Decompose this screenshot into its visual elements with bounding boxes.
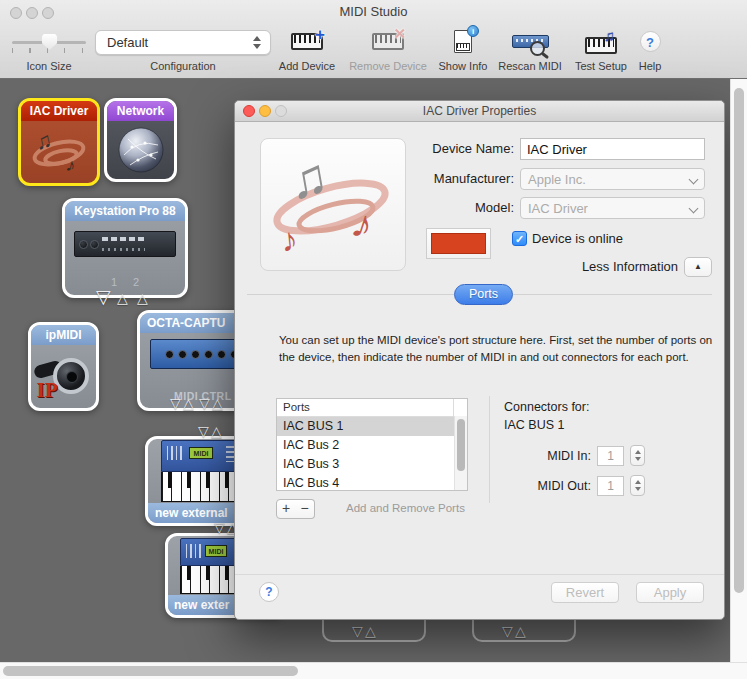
footer-divider — [235, 574, 724, 575]
iac-driver-properties-dialog: IAC Driver Properties ♫ ♪ ♪ Device Name:… — [234, 100, 725, 620]
add-device-button[interactable]: + Add Device — [276, 22, 338, 76]
less-information-button[interactable]: ▲ — [684, 257, 712, 277]
synth-screen: MIDI — [189, 447, 213, 459]
window-chrome: MIDI Studio Icon Size Default Configurat… — [0, 0, 747, 79]
device-iac-driver[interactable]: IAC Driver ♫ ♪ — [18, 98, 100, 186]
apply-button[interactable]: Apply — [636, 582, 704, 603]
keystation-rack-icon — [74, 231, 176, 257]
device-color-well[interactable] — [426, 228, 491, 259]
ports-list-row[interactable]: IAC BUS 1 — [277, 417, 467, 436]
section-divider — [489, 396, 490, 503]
connector-triangle-up-icon[interactable]: △ — [212, 396, 223, 410]
dialog-titlebar[interactable]: IAC Driver Properties — [235, 101, 724, 122]
keyboard-x-icon: ✕ — [372, 33, 404, 50]
ports-list-scroll-thumb[interactable] — [457, 419, 465, 471]
device-iac-driver-title: IAC Driver — [21, 101, 97, 121]
vertical-scroll-thumb[interactable] — [734, 88, 744, 593]
network-globe-icon — [118, 127, 164, 173]
connector-triangle-up-icon[interactable]: △ — [117, 291, 128, 305]
midi-out-stepper[interactable] — [630, 475, 645, 496]
add-port-button[interactable]: + — [276, 499, 296, 519]
midi-in-stepper[interactable] — [630, 445, 645, 466]
ports-list-scrollbar[interactable] — [454, 416, 467, 490]
synth-keyboard-icon: MIDI — [161, 440, 239, 502]
add-remove-ports-label: Add and Remove Ports — [346, 502, 465, 514]
midi-out-input[interactable] — [597, 476, 624, 496]
help-iconwrap: ? — [633, 22, 667, 60]
less-information-label: Less Information — [535, 259, 678, 274]
svg-text:♫: ♫ — [33, 127, 54, 155]
ports-list-header: Ports — [277, 399, 467, 417]
remove-port-button[interactable]: − — [295, 499, 315, 519]
configuration-selectwrap: Default — [93, 22, 273, 60]
device-network[interactable]: Network — [104, 98, 177, 182]
device-ipmidi-body: IP — [31, 345, 96, 408]
add-device-label: Add Device — [279, 60, 335, 76]
remove-device-label: Remove Device — [349, 60, 427, 76]
manufacturer-label: Manufacturer: — [385, 168, 514, 190]
chevron-down-icon — [689, 175, 699, 185]
midi-plug-icon: IP — [36, 353, 92, 401]
connector-triangle-down-icon[interactable]: ▽ — [96, 287, 111, 306]
vertical-scrollbar[interactable] — [730, 79, 747, 662]
octa-rack-icon — [150, 339, 242, 369]
icon-size-slider — [10, 22, 88, 60]
iac-notes-icon: ♫ ♪ — [27, 126, 91, 178]
test-setup-button[interactable]: ♫ Test Setup — [568, 22, 634, 76]
music-notes-icon: ♫ — [604, 27, 615, 44]
device-iac-driver-body: ♫ ♪ — [21, 121, 97, 183]
ports-list-row[interactable]: IAC Bus 3 — [277, 455, 467, 474]
help-button[interactable]: ? Help — [633, 22, 667, 76]
horizontal-scrollbar[interactable] — [0, 662, 747, 679]
rescan-midi-button[interactable]: Rescan MIDI — [494, 22, 566, 76]
x-badge-icon: ✕ — [393, 25, 406, 43]
ports-list-row[interactable]: IAC Bus 2 — [277, 436, 467, 455]
connector-triangle-down-icon[interactable]: ▽ — [199, 396, 210, 410]
connector-triangle-down-icon[interactable]: ▽ — [198, 424, 209, 438]
device-online-checkbox[interactable]: ✓ — [512, 231, 527, 246]
device-keystation-title: Keystation Pro 88 — [65, 201, 185, 221]
show-info-button[interactable]: i Show Info — [432, 22, 494, 76]
ports-list: Ports IAC BUS 1 IAC Bus 2 IAC Bus 3 IAC … — [276, 398, 468, 491]
svg-text:♪: ♪ — [279, 220, 299, 259]
dialog-help-button[interactable]: ? — [259, 582, 279, 602]
configuration-label: Configuration — [150, 60, 215, 76]
connector-triangle-down-icon[interactable]: ▽ — [214, 520, 225, 534]
help-question-icon: ? — [640, 31, 661, 52]
midi-in-input[interactable] — [597, 446, 624, 466]
connector-triangle-down-icon[interactable]: ▽ — [170, 396, 181, 410]
device-ipmidi-title: ipMIDI — [31, 325, 96, 345]
tab-ports[interactable]: Ports — [454, 284, 513, 305]
connectors-for-label: Connectors for: — [504, 400, 589, 414]
device-keystation-pro-88[interactable]: Keystation Pro 88 — [62, 198, 188, 298]
device-network-body — [107, 121, 174, 179]
horizontal-scroll-thumb[interactable] — [3, 666, 298, 676]
connector-triangle-up-icon[interactable]: △ — [211, 424, 222, 438]
connector-triangle-up-icon[interactable]: △ — [137, 291, 148, 305]
connector-triangle-up-icon: △ — [365, 624, 376, 638]
chevron-down-icon — [689, 204, 699, 214]
revert-button[interactable]: Revert — [551, 582, 619, 603]
synth-screen: MIDI — [205, 545, 227, 557]
device-name-input[interactable] — [520, 138, 705, 160]
configuration-select[interactable]: Default — [95, 30, 271, 55]
connector-triangle-up-icon[interactable]: △ — [183, 396, 194, 410]
model-combobox[interactable]: IAC Driver — [520, 197, 705, 219]
chevron-updown-icon — [253, 36, 261, 49]
remove-device-button: ✕ Remove Device — [342, 22, 434, 76]
model-value: IAC Driver — [528, 201, 588, 216]
help-label: Help — [639, 60, 662, 76]
device-ipmidi[interactable]: ipMIDI IP — [28, 322, 99, 411]
rescan-midi-iconwrap — [494, 22, 566, 60]
remove-device-iconwrap: ✕ — [342, 22, 434, 60]
device-keystation-body — [65, 221, 185, 295]
rescan-midi-label: Rescan MIDI — [498, 60, 562, 76]
manufacturer-value: Apple Inc. — [528, 172, 586, 187]
configuration-control: Default Configuration — [93, 22, 273, 76]
ports-list-row[interactable]: IAC Bus 4 — [277, 474, 467, 491]
midi-in-label: MIDI In: — [494, 446, 591, 466]
connector-triangle-down-icon: ▽ — [502, 624, 513, 638]
add-device-iconwrap: + — [276, 22, 338, 60]
color-swatch — [431, 233, 486, 254]
manufacturer-combobox[interactable]: Apple Inc. — [520, 168, 705, 190]
